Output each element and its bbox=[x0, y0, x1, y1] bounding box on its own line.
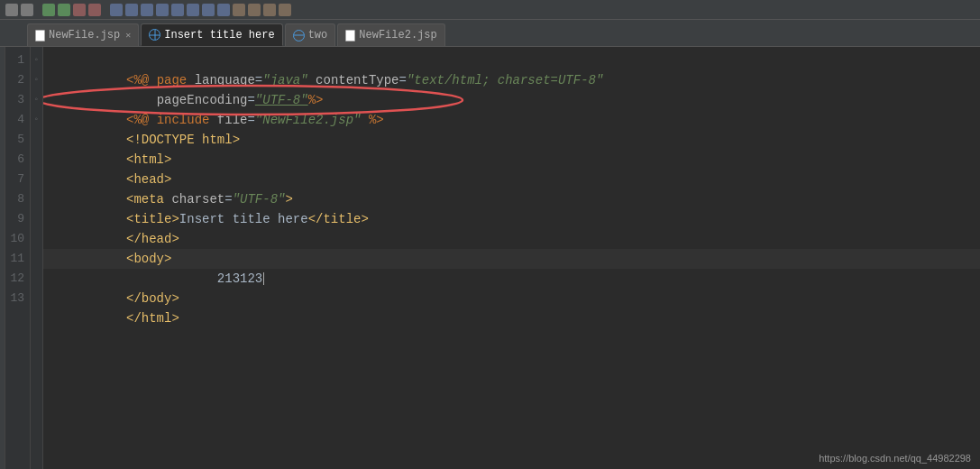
code-line-1: <%@ page language="java" contentType="te… bbox=[50, 51, 980, 70]
tab-insert-title[interactable]: Insert title here bbox=[141, 23, 282, 46]
tag-html-open: <html> bbox=[126, 152, 171, 167]
attr-pe: pageEncoding bbox=[157, 93, 248, 107]
toolbar-icon-6[interactable] bbox=[187, 4, 199, 16]
tab-newfile-label: NewFile.jsp bbox=[49, 29, 120, 41]
tab-newfile2-label: NewFile2.jsp bbox=[359, 29, 436, 41]
code-line-13: </html> bbox=[50, 289, 980, 308]
overlay-container: <%@ page language="java" contentType="te… bbox=[43, 47, 980, 469]
line-num-5: 5 bbox=[5, 130, 24, 150]
attr-file-val: "NewFile2.jsp" bbox=[255, 113, 362, 127]
toolbar-icon-3[interactable] bbox=[141, 4, 153, 16]
toolbar-icon-debug[interactable] bbox=[73, 4, 86, 16]
tab-two[interactable]: two bbox=[285, 23, 336, 46]
code-line-11: 213123 bbox=[43, 249, 980, 269]
line-num-11: 11 bbox=[5, 249, 24, 269]
code-line-10: <body> bbox=[50, 229, 980, 249]
toolbar-icon-7[interactable] bbox=[202, 4, 215, 16]
tab-file-icon bbox=[35, 30, 45, 41]
tag-html-close: </html> bbox=[126, 311, 179, 326]
line-num-6: 6 bbox=[5, 150, 24, 170]
attr-ct-val: "text/html; charset=UTF-8" bbox=[407, 73, 603, 87]
line-11-indent: 213123 bbox=[126, 271, 262, 286]
close-tag-3: %> bbox=[369, 113, 384, 127]
tab-bar: NewFile.jsp ✕ Insert title here two NewF… bbox=[0, 20, 980, 47]
attr-lang-val: "java" bbox=[262, 73, 307, 87]
code-line-6: <head> bbox=[50, 150, 980, 170]
attr-file: file bbox=[217, 113, 248, 127]
tag-head-close: </head> bbox=[126, 232, 179, 246]
line-numbers-col: 1 2 3 4 5 6 7 8 9 10 11 12 13 bbox=[5, 47, 31, 469]
toolbar-icon-4[interactable] bbox=[156, 4, 169, 16]
fold-11[interactable]: ◦ bbox=[31, 110, 42, 130]
tag-meta: <meta bbox=[126, 192, 171, 207]
toolbar-icon-8[interactable] bbox=[217, 4, 230, 16]
toolbar-icon-fwd[interactable] bbox=[21, 4, 33, 16]
toolbar-icon-11[interactable] bbox=[263, 4, 276, 16]
fold-5[interactable]: ◦ bbox=[31, 51, 42, 70]
fold-col: ◦ ◦ ◦ ◦ bbox=[31, 47, 43, 469]
tab-insert-title-label: Insert title here bbox=[164, 29, 274, 41]
line-num-9: 9 bbox=[5, 209, 24, 229]
kw-open-3: <%@ bbox=[126, 113, 157, 127]
line-num-4: 4 bbox=[5, 110, 24, 130]
tab-newfile2-jsp[interactable]: NewFile2.jsp bbox=[337, 23, 444, 46]
toolbar-icon-9[interactable] bbox=[233, 4, 245, 16]
tag-body-open: <body> bbox=[126, 252, 171, 266]
kw-open-1: <%@ bbox=[126, 73, 157, 87]
tab-world-icon-active bbox=[149, 29, 160, 41]
line-num-12: 12 bbox=[5, 269, 24, 289]
attr-pe-val: "UTF-8" bbox=[255, 93, 308, 107]
line-num-7: 7 bbox=[5, 170, 24, 189]
cursor bbox=[263, 272, 264, 285]
line-num-1: 1 bbox=[5, 51, 24, 70]
toolbar-icon-12[interactable] bbox=[279, 4, 291, 16]
close-tag-1: %> bbox=[308, 93, 324, 107]
tag-title-close: </title> bbox=[308, 212, 369, 226]
line-num-8: 8 bbox=[5, 189, 24, 209]
tab-newfile-jsp[interactable]: NewFile.jsp ✕ bbox=[27, 23, 139, 46]
code-line-7: <meta charset="UTF-8"> bbox=[50, 170, 980, 189]
tag-body-close: </body> bbox=[126, 291, 179, 306]
tab-world-icon-two bbox=[293, 30, 305, 41]
toolbar-icon-save[interactable] bbox=[42, 4, 55, 16]
attr-lang: language bbox=[195, 73, 255, 87]
app-window: NewFile.jsp ✕ Insert title here two NewF… bbox=[0, 0, 980, 469]
line-num-3: 3 bbox=[5, 90, 24, 110]
attr-charset: charset bbox=[171, 192, 224, 207]
top-toolbar bbox=[0, 0, 980, 20]
toolbar-icon-stop[interactable] bbox=[88, 4, 101, 16]
tab-newfile-close[interactable]: ✕ bbox=[125, 30, 131, 41]
toolbar-icon-10[interactable] bbox=[248, 4, 261, 16]
fold-10[interactable]: ◦ bbox=[31, 90, 42, 110]
line-num-2: 2 bbox=[5, 70, 24, 90]
tag-title-open: <title> bbox=[126, 212, 179, 226]
toolbar-icon-back[interactable] bbox=[5, 4, 18, 16]
code-lines[interactable]: <%@ page language="java" contentType="te… bbox=[43, 47, 980, 308]
line-num-13: 13 bbox=[5, 289, 24, 308]
attr-charset-val: "UTF-8" bbox=[233, 192, 286, 207]
toolbar-icon-2[interactable] bbox=[125, 4, 138, 16]
tag-doctype: <!DOCTYPE html> bbox=[126, 133, 240, 147]
toolbar-icon-1[interactable] bbox=[110, 4, 123, 16]
toolbar-icon-5[interactable] bbox=[171, 4, 184, 16]
editor-area: 1 2 3 4 5 6 7 8 9 10 11 12 13 ◦ ◦ ◦ bbox=[0, 47, 980, 469]
title-content: Insert title here bbox=[179, 212, 308, 226]
tab-two-label: two bbox=[308, 29, 328, 41]
directive-3: include bbox=[157, 113, 217, 127]
toolbar-icon-run[interactable] bbox=[58, 4, 70, 16]
fold-6[interactable]: ◦ bbox=[31, 70, 42, 90]
tag-head-open: <head> bbox=[126, 172, 171, 187]
directive-1: page bbox=[157, 73, 195, 87]
attr-ct: contentType bbox=[316, 73, 398, 87]
line-num-10: 10 bbox=[5, 229, 24, 249]
tag-meta-close: > bbox=[285, 192, 292, 207]
tab-file-icon-2 bbox=[345, 30, 355, 41]
watermark: https://blog.csdn.net/qq_44982298 bbox=[819, 453, 971, 464]
